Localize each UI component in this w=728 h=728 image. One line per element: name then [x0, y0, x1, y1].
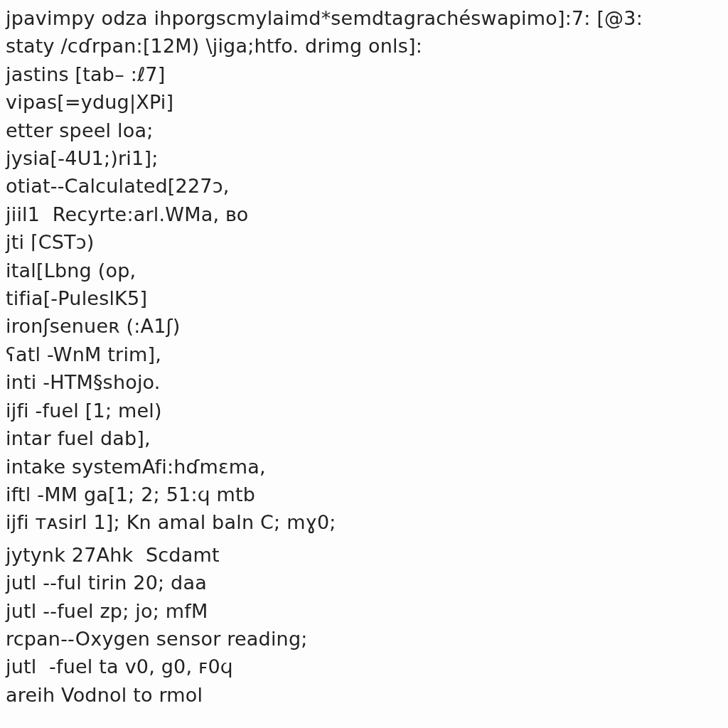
text-line: ijfi -fuel [1; mel): [6, 397, 722, 424]
text-line: areih Vodnol to rmol: [6, 681, 722, 709]
text-line: inti -HTM§shojo.: [6, 368, 722, 396]
text-line: jti ⌈CSTɔ): [6, 228, 722, 256]
text-line: ʕatl -WnM trim],: [6, 341, 722, 368]
text-line: intake systemAfi:hɗmɛma,: [6, 453, 722, 481]
text-line: jastins [tab– :ℓ7]: [6, 60, 722, 88]
text-line: jpavimpy odza ihporgscmylaimd*semdtagrac…: [6, 4, 722, 32]
text-line: iftl -MM ga[1; 2; 51:ϥ mtb: [6, 481, 722, 508]
text-line: jutl --fuel zp; jo; mfM: [6, 597, 722, 625]
text-line: intar fuel dab],: [6, 424, 722, 452]
text-line: rcpan--Oxygen sensor reading;: [6, 625, 722, 653]
text-line: vipas[=ydug|XPi]: [6, 88, 722, 116]
text-line: ital[Lbng (op,: [6, 257, 722, 284]
text-line: etter speel loa;: [6, 117, 722, 144]
terminal-text-block: jpavimpy odza ihporgscmylaimd*semdtagrac…: [0, 0, 728, 709]
text-line: jutl --ful tirin 20; daa: [6, 569, 722, 596]
text-line: staty /cɗrpan:[12M) \jiga;htfo. drimg on…: [6, 32, 722, 60]
text-line: ironʃsenueʀ (:A1ʃ): [6, 312, 722, 340]
text-line: ijfi тᴀsirl 1]; Kn amal baln C; mɣ0;: [6, 508, 722, 536]
text-line: jytynk 27Ahk Scdamt: [6, 544, 220, 566]
text-line: otiat--Calculated[227ɔ,: [6, 172, 722, 200]
text-line: jutl -fuel ta v0, g0, ꜰ0ϥ: [6, 653, 722, 680]
text-line: jysia[-4U1;)ri1];: [6, 144, 722, 172]
text-line: tifia[-PuleslK5]: [6, 284, 722, 312]
text-line: jiil1 Recyrte:arl.WMa, ʙo: [6, 200, 722, 228]
